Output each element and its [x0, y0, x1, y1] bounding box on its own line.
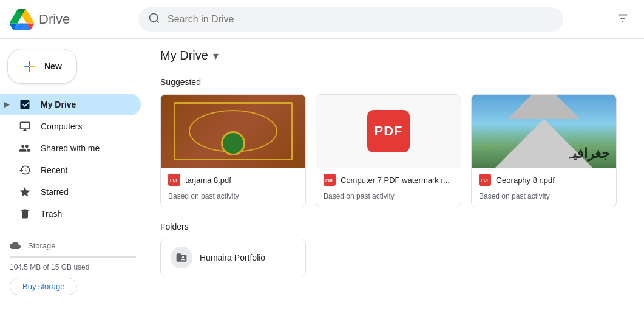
card-thumbnail-tarjama — [161, 95, 305, 168]
tarjama-thumbnail — [161, 95, 305, 168]
my-drive-icon — [19, 98, 31, 111]
page-title: My Drive — [160, 49, 208, 63]
storage-label: Storage — [10, 240, 136, 251]
sidebar: New ▶ My Drive ▶ Computers ▶ — [0, 39, 146, 328]
sidebar-item-shared[interactable]: ▶ Shared with me — [0, 137, 141, 159]
pdf-badge-georaphy: PDF — [479, 174, 491, 186]
card-info-georaphy: PDF Georaphy 8 r.pdf — [472, 168, 616, 192]
main-layout: New ▶ My Drive ▶ Computers ▶ — [0, 39, 644, 328]
drive-logo-icon — [10, 7, 34, 32]
sidebar-item-trash[interactable]: ▶ Trash — [0, 203, 141, 225]
trash-icon — [19, 208, 31, 220]
card-filename-tarjama: tarjama 8.pdf — [185, 176, 231, 185]
logo-area: Drive — [10, 7, 131, 32]
file-card-computer7[interactable]: PDF PDF Computer 7 PDF watermark r... Ba… — [316, 94, 461, 207]
storage-bar-fill — [10, 256, 10, 258]
svg-line-1 — [157, 20, 159, 22]
cloud-icon — [10, 240, 21, 251]
computers-icon — [19, 120, 31, 132]
file-card-tarjama[interactable]: PDF tarjama 8.pdf Based on past activity — [160, 94, 306, 207]
sidebar-item-starred-label: Starred — [41, 187, 69, 197]
card-filename-computer7: Computer 7 PDF watermark r... — [341, 176, 450, 185]
sidebar-item-recent-label: Recent — [41, 165, 67, 175]
sidebar-item-computers[interactable]: ▶ Computers — [0, 115, 141, 137]
pdf-badge-tarjama: PDF — [168, 174, 180, 186]
folders-section-label: Folders — [160, 222, 629, 231]
header-actions — [611, 7, 634, 32]
sidebar-item-my-drive[interactable]: ▶ My Drive — [0, 94, 141, 115]
geo-text: جغرافیہ — [565, 146, 610, 162]
buy-storage-button[interactable]: Buy storage — [10, 278, 77, 295]
plus-icon — [22, 59, 37, 73]
content-header: My Drive ▾ — [160, 39, 629, 70]
file-card-georaphy[interactable]: جغرافیہ PDF Georaphy 8 r.pdf Based on pa… — [471, 94, 617, 207]
new-button-label: New — [44, 61, 62, 71]
expand-arrow: ▶ — [4, 100, 9, 109]
svg-rect-8 — [30, 66, 35, 67]
app-title: Drive — [39, 12, 70, 27]
sidebar-item-shared-label: Shared with me — [41, 143, 100, 153]
pdf-thumbnail: PDF — [316, 95, 461, 168]
card-sub-tarjama: Based on past activity — [161, 192, 305, 207]
suggested-section-label: Suggested — [160, 77, 629, 87]
new-button[interactable]: New — [7, 49, 77, 84]
svg-rect-6 — [29, 67, 30, 72]
card-sub-computer7: Based on past activity — [316, 192, 461, 207]
svg-rect-7 — [24, 66, 29, 67]
folder-shared-icon — [171, 247, 192, 268]
search-icon — [148, 12, 160, 27]
svg-point-0 — [150, 13, 158, 21]
chevron-down-icon[interactable]: ▾ — [213, 49, 219, 63]
shared-icon — [19, 142, 31, 154]
card-info-computer7: PDF Computer 7 PDF watermark r... — [316, 168, 461, 192]
sidebar-item-my-drive-label: My Drive — [41, 100, 76, 109]
tarjama-center-circle — [221, 131, 245, 155]
pdf-icon-large: PDF — [367, 110, 410, 152]
sidebar-item-computers-label: Computers — [41, 121, 82, 131]
svg-rect-5 — [29, 61, 30, 66]
app-header: Drive — [0, 0, 644, 39]
sidebar-item-starred[interactable]: ▶ Starred — [0, 181, 141, 203]
sidebar-item-trash-label: Trash — [41, 209, 62, 219]
starred-icon — [19, 186, 31, 198]
sidebar-divider — [0, 230, 146, 230]
geo-thumbnail: جغرافیہ — [472, 95, 616, 168]
folder-name-humaira: Humaira Portfolio — [200, 253, 265, 262]
suggested-files-row: PDF tarjama 8.pdf Based on past activity… — [160, 94, 629, 207]
recent-icon — [19, 164, 31, 176]
folder-item-humaira[interactable]: Humaira Portfolio — [160, 239, 306, 276]
card-thumbnail-georaphy: جغرافیہ — [472, 95, 616, 168]
pdf-badge-computer7: PDF — [324, 174, 336, 186]
sidebar-item-recent[interactable]: ▶ Recent — [0, 159, 141, 181]
card-thumbnail-computer7: PDF — [316, 95, 461, 168]
storage-section: Storage 104.5 MB of 15 GB used Buy stora… — [0, 235, 146, 300]
settings-button[interactable] — [611, 7, 634, 32]
search-input[interactable] — [168, 14, 554, 25]
storage-bar — [10, 256, 136, 258]
content-area: My Drive ▾ Suggested PDF tarjama 8.pdf B… — [146, 39, 644, 328]
card-sub-georaphy: Based on past activity — [472, 192, 616, 207]
storage-used-text: 104.5 MB of 15 GB used — [10, 263, 136, 272]
card-info-tarjama: PDF tarjama 8.pdf — [161, 168, 305, 192]
search-bar[interactable] — [138, 7, 563, 32]
card-filename-georaphy: Georaphy 8 r.pdf — [496, 176, 555, 185]
filter-icon — [616, 12, 629, 25]
